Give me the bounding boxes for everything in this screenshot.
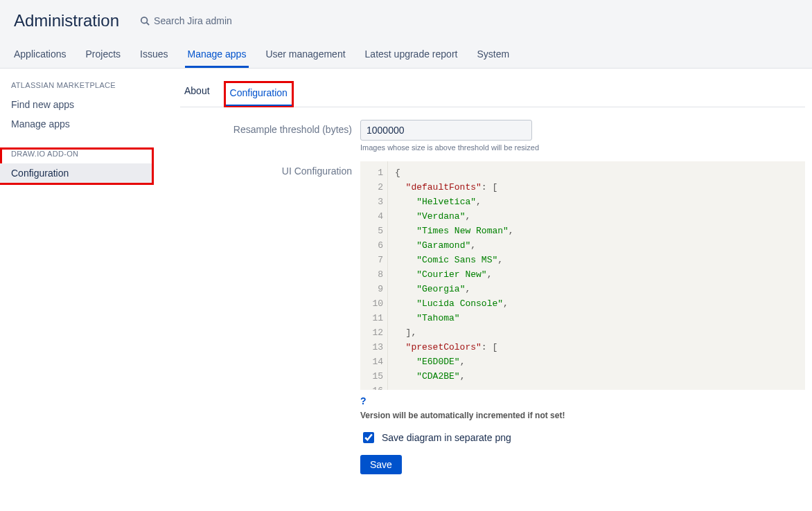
header-bar: Administration Search Jira admin Applica…	[0, 0, 812, 69]
nav-tab-system[interactable]: System	[474, 44, 512, 68]
sidebar-section-title: DRAW.IO ADD-ON	[11, 150, 152, 158]
resample-input[interactable]	[360, 120, 532, 141]
sub-tabs: AboutConfiguration	[180, 81, 805, 107]
save-png-label: Save diagram in separate png	[382, 432, 511, 443]
resample-hint: Images whose size is above threshold wil…	[360, 143, 805, 152]
page-title: Administration	[14, 11, 119, 30]
nav-tab-user-management[interactable]: User management	[263, 44, 348, 68]
save-png-row[interactable]: Save diagram in separate png	[360, 430, 805, 445]
sidebar-item-configuration[interactable]: Configuration	[0, 163, 152, 183]
subtab-about[interactable]: About	[180, 81, 214, 107]
help-link[interactable]: ?	[360, 395, 367, 406]
nav-tab-projects[interactable]: Projects	[83, 44, 124, 68]
resample-label: Resample threshold (bytes)	[180, 120, 360, 135]
sidebar-item-manage-apps[interactable]: Manage apps	[11, 114, 159, 134]
sidebar-item-find-new-apps[interactable]: Find new apps	[11, 95, 159, 114]
svg-line-1	[147, 23, 150, 26]
svg-point-0	[141, 17, 148, 24]
code-editor[interactable]: 12345678910111213141516 { "defaultFonts"…	[360, 161, 805, 390]
sidebar: ATLASSIAN MARKETPLACEFind new appsManage…	[0, 69, 159, 502]
nav-tab-applications[interactable]: Applications	[11, 44, 69, 68]
uiconfig-label: UI Configuration	[180, 161, 360, 177]
nav-tab-latest-upgrade-report[interactable]: Latest upgrade report	[362, 44, 461, 68]
content-area: AboutConfiguration Resample threshold (b…	[159, 69, 812, 502]
subtab-highlight: Configuration	[224, 81, 294, 107]
version-warning: Version will be automatically incremente…	[360, 411, 805, 420]
search-icon	[140, 16, 150, 26]
admin-search[interactable]: Search Jira admin	[140, 15, 232, 26]
code-lines: { "defaultFonts": [ "Helvetica", "Verdan…	[388, 161, 805, 390]
code-gutter: 12345678910111213141516	[360, 161, 388, 390]
primary-nav: ApplicationsProjectsIssuesManage appsUse…	[11, 44, 798, 68]
subtab-configuration[interactable]: Configuration	[226, 83, 292, 105]
sidebar-section-title: ATLASSIAN MARKETPLACE	[11, 81, 159, 89]
save-png-checkbox[interactable]	[363, 432, 374, 443]
save-button[interactable]: Save	[360, 455, 402, 474]
nav-tab-manage-apps[interactable]: Manage apps	[185, 44, 249, 68]
search-placeholder: Search Jira admin	[154, 15, 232, 26]
nav-tab-issues[interactable]: Issues	[137, 44, 170, 68]
